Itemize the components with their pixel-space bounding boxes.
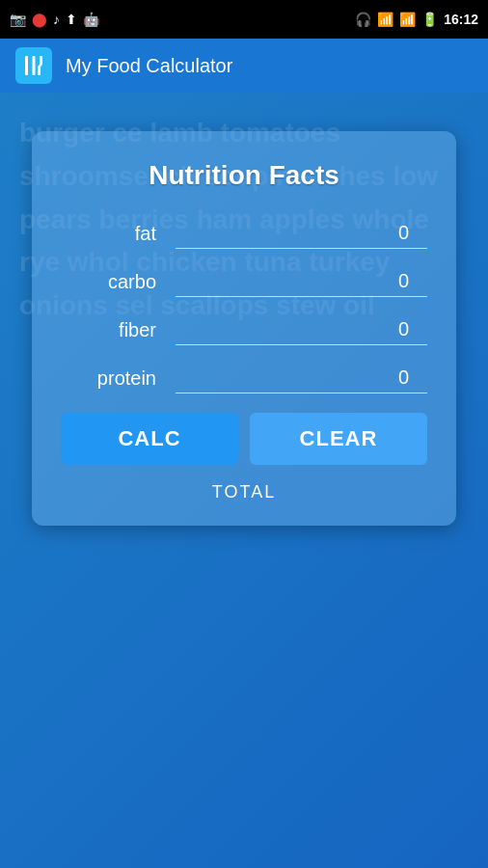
status-icons-left: 📷 ⬤ ♪ ⬆ 🤖 (10, 12, 99, 27)
beats-icon: ⬤ (32, 12, 47, 27)
protein-row: protein (61, 363, 427, 393)
music-icon: ♪ (53, 12, 60, 27)
fat-input[interactable] (176, 218, 427, 249)
button-row: CALC CLEAR (61, 413, 427, 465)
fiber-row: fiber (61, 314, 427, 345)
fiber-input[interactable] (176, 314, 427, 345)
carbo-label: carbo (61, 271, 156, 293)
wifi-icon: 📶 (377, 12, 393, 27)
clear-button[interactable]: CLEAR (250, 413, 427, 465)
android-icon: 🤖 (83, 12, 99, 27)
battery-icon: 🔋 (421, 12, 438, 27)
carbo-row: carbo (61, 266, 427, 297)
calc-button[interactable]: CALC (61, 413, 238, 465)
status-bar: 📷 ⬤ ♪ ⬆ 🤖 🎧 📶 📶 🔋 16:12 (0, 0, 488, 39)
fat-label: fat (61, 223, 156, 245)
camera-icon: 📷 (10, 12, 26, 27)
status-icons-right: 🎧 📶 📶 🔋 16:12 (355, 12, 478, 27)
signal-icon: 📶 (399, 12, 416, 27)
protein-label: protein (61, 367, 156, 390)
main-background: burger ce lamb tomatoes shroomsench soup… (0, 93, 488, 868)
app-icon (15, 47, 52, 84)
fat-row: fat (61, 218, 427, 249)
time-display: 16:12 (444, 12, 478, 27)
protein-input[interactable] (176, 363, 427, 393)
svg-rect-1 (33, 56, 36, 75)
headphone-icon: 🎧 (355, 12, 371, 27)
usb-icon: ⬆ (66, 12, 77, 27)
total-label: TOTAL (61, 482, 427, 502)
svg-rect-0 (25, 56, 28, 75)
title-bar: My Food Calculator (0, 39, 488, 93)
fiber-label: fiber (61, 319, 156, 341)
carbo-input[interactable] (176, 266, 427, 297)
card-title: Nutrition Facts (61, 160, 427, 191)
nutrition-card: Nutrition Facts fat carbo fiber protein … (32, 131, 456, 526)
app-title: My Food Calculator (66, 55, 232, 77)
